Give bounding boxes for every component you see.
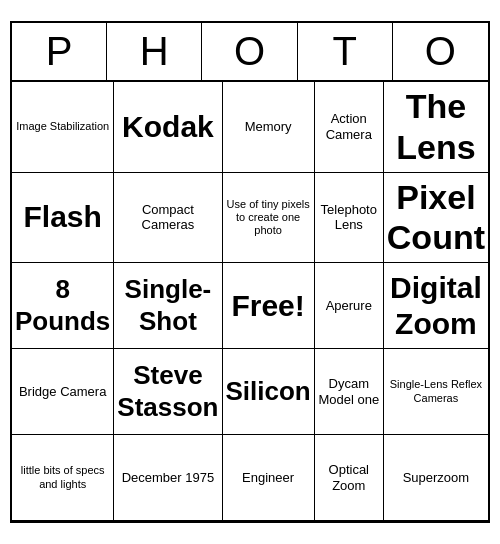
cell-text-r4-c0: little bits of specs and lights <box>15 464 110 490</box>
cell-r2-c2: Free! <box>223 263 315 349</box>
cell-text-r2-c2: Free! <box>231 288 304 324</box>
cell-r4-c4: Superzoom <box>384 435 488 521</box>
cell-text-r3-c0: Bridge Camera <box>19 384 106 400</box>
cell-r2-c0: 8 Pounds <box>12 263 114 349</box>
cell-r3-c4: Single-Lens Reflex Cameras <box>384 349 488 435</box>
cell-text-r2-c1: Single-Shot <box>117 274 218 336</box>
cell-r1-c0: Flash <box>12 173 114 264</box>
cell-r1-c2: Use of tiny pixels to create one photo <box>223 173 315 264</box>
cell-text-r0-c1: Kodak <box>122 109 214 145</box>
cell-r1-c4: Pixel Count <box>384 173 488 264</box>
cell-text-r4-c2: Engineer <box>242 470 294 486</box>
cell-r2-c3: Aperure <box>315 263 384 349</box>
cell-text-r4-c4: Superzoom <box>403 470 469 486</box>
bingo-card: PHOTO Image StabilizationKodakMemoryActi… <box>10 21 490 523</box>
cell-r1-c3: Telephoto Lens <box>315 173 384 264</box>
header-letter-p-0: P <box>12 23 107 80</box>
cell-text-r3-c2: Silicon <box>226 376 311 407</box>
cell-text-r0-c2: Memory <box>245 119 292 135</box>
cell-r0-c1: Kodak <box>114 82 222 173</box>
cell-r4-c2: Engineer <box>223 435 315 521</box>
cell-text-r1-c2: Use of tiny pixels to create one photo <box>226 198 311 238</box>
cell-text-r0-c0: Image Stabilization <box>16 120 109 133</box>
cell-text-r0-c3: Action Camera <box>318 111 380 142</box>
cell-text-r1-c1: Compact Cameras <box>117 202 218 233</box>
cell-text-r0-c4: The Lens <box>387 86 485 168</box>
cell-r0-c3: Action Camera <box>315 82 384 173</box>
cell-r3-c0: Bridge Camera <box>12 349 114 435</box>
header-letter-h-1: H <box>107 23 202 80</box>
header-letter-o-4: O <box>393 23 488 80</box>
cell-text-r4-c3: Optical Zoom <box>318 462 380 493</box>
cell-r4-c0: little bits of specs and lights <box>12 435 114 521</box>
cell-r0-c2: Memory <box>223 82 315 173</box>
cell-text-r1-c3: Telephoto Lens <box>318 202 380 233</box>
cell-text-r2-c0: 8 Pounds <box>15 274 110 336</box>
cell-text-r3-c4: Single-Lens Reflex Cameras <box>387 378 485 404</box>
cell-text-r4-c1: December 1975 <box>122 470 215 486</box>
cell-r0-c4: The Lens <box>384 82 488 173</box>
bingo-grid: Image StabilizationKodakMemoryAction Cam… <box>12 82 488 521</box>
cell-text-r3-c1: Steve Stasson <box>117 360 218 422</box>
cell-r3-c2: Silicon <box>223 349 315 435</box>
header-letter-t-3: T <box>298 23 393 80</box>
cell-text-r2-c4: Digital Zoom <box>387 270 485 342</box>
cell-r1-c1: Compact Cameras <box>114 173 222 264</box>
header-row: PHOTO <box>12 23 488 82</box>
cell-r4-c3: Optical Zoom <box>315 435 384 521</box>
cell-r4-c1: December 1975 <box>114 435 222 521</box>
header-letter-o-2: O <box>202 23 297 80</box>
cell-r3-c3: Dycam Model one <box>315 349 384 435</box>
cell-r2-c4: Digital Zoom <box>384 263 488 349</box>
cell-text-r1-c4: Pixel Count <box>387 177 485 259</box>
cell-text-r2-c3: Aperure <box>326 298 372 314</box>
cell-text-r3-c3: Dycam Model one <box>318 376 380 407</box>
cell-r0-c0: Image Stabilization <box>12 82 114 173</box>
cell-text-r1-c0: Flash <box>23 199 101 235</box>
cell-r2-c1: Single-Shot <box>114 263 222 349</box>
cell-r3-c1: Steve Stasson <box>114 349 222 435</box>
